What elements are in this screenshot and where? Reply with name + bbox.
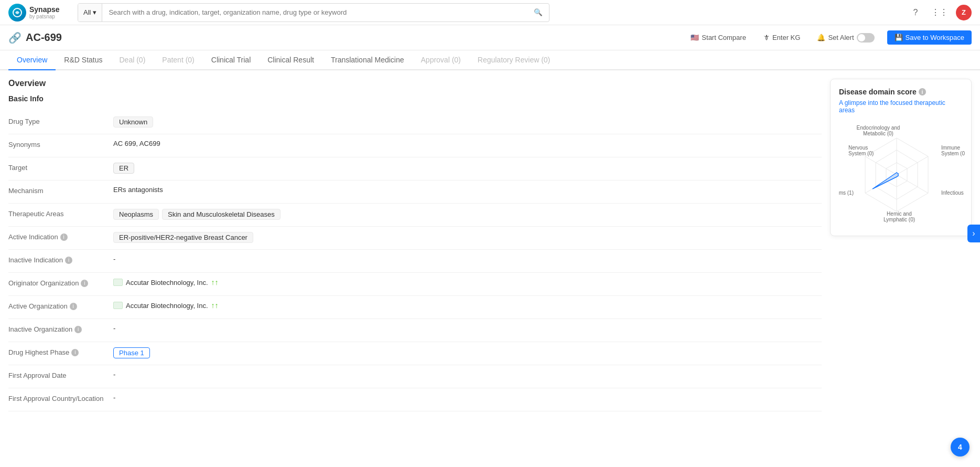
kg-icon: 🗡 <box>763 34 770 41</box>
chevron-right-icon: › <box>972 229 975 238</box>
section-title: Overview <box>8 79 822 88</box>
first-approval-date-value: - <box>113 370 822 378</box>
synonyms-row: Synonyms AC 699, AC699 <box>8 134 822 157</box>
toggle-knob <box>858 34 865 41</box>
active-indication-info-icon[interactable]: i <box>60 234 68 241</box>
drug-actions: 🇺🇸 Start Compare 🗡 Enter KG 🔔 Set Alert … <box>686 30 972 45</box>
logo-sub: by patsnap <box>29 14 60 19</box>
therapeutic-areas-value: Neoplasms Skin and Musculoskeletal Disea… <box>113 209 822 220</box>
drug-type-row: Drug Type Unknown <box>8 111 822 134</box>
originator-trend-icon: ↑↑ <box>211 278 219 286</box>
phase-badge: Phase 1 <box>113 347 150 358</box>
header: Synapse by patsnap All ▾ 🔍 ? ⋮⋮ Z <box>0 0 980 25</box>
alert-toggle[interactable] <box>857 33 875 43</box>
drug-title-area: 🔗 AC-699 <box>8 31 62 44</box>
mechanism-label: Mechanism <box>8 186 113 195</box>
alert-icon: 🔔 <box>817 34 825 41</box>
originator-org-info-icon[interactable]: i <box>81 280 88 287</box>
originator-org-logo <box>113 279 123 286</box>
active-indication-value: ER-positive/HER2-negative Breast Cancer <box>113 232 822 243</box>
tabs-bar: Overview R&D Status Deal (0) Patent (0) … <box>0 50 980 70</box>
tab-clinical-trial[interactable]: Clinical Trial <box>203 50 259 70</box>
apps-button[interactable]: ⋮⋮ <box>932 5 947 20</box>
disease-panel-info-icon[interactable]: i <box>919 88 926 95</box>
originator-org-row: Originator Organization i Accutar Biotec… <box>8 273 822 296</box>
svg-text:System (0): System (0) <box>848 151 874 156</box>
inactive-org-value: - <box>113 324 822 332</box>
tab-translational-medicine[interactable]: Translational Medicine <box>322 50 413 70</box>
drug-header: 🔗 AC-699 🇺🇸 Start Compare 🗡 Enter KG 🔔 S… <box>0 25 980 50</box>
enter-kg-button[interactable]: 🗡 Enter KG <box>759 31 804 44</box>
svg-text:Infectious (0): Infectious (0) <box>941 190 965 196</box>
tab-clinical-result[interactable]: Clinical Result <box>259 50 322 70</box>
active-indication-row: Active Indication i ER-positive/HER2-neg… <box>8 227 822 250</box>
mechanism-row: Mechanism ERs antagonists <box>8 181 822 204</box>
active-trend-icon: ↑↑ <box>211 301 219 310</box>
subsection-title: Basic Info <box>8 94 822 103</box>
compare-icon: 🇺🇸 <box>691 34 699 41</box>
inactive-org-info-icon[interactable]: i <box>74 326 82 333</box>
tab-regulatory-review: Regulatory Review (0) <box>469 50 559 70</box>
target-value: ER <box>113 163 822 174</box>
edge-collapse-button[interactable]: › <box>967 225 980 242</box>
start-compare-button[interactable]: 🇺🇸 Start Compare <box>686 31 750 44</box>
active-org-label: Active Organization i <box>8 301 113 310</box>
active-indication-label: Active Indication i <box>8 232 113 241</box>
active-org-info-icon[interactable]: i <box>70 303 77 310</box>
svg-text:Neoplasms (1): Neoplasms (1) <box>839 190 854 196</box>
svg-text:Immune: Immune <box>941 145 961 151</box>
logo-text: Synapse <box>29 5 60 14</box>
svg-text:Nervous: Nervous <box>848 145 868 151</box>
disease-panel-subtitle: A glimpse into the focused therapeutic a… <box>839 99 963 114</box>
active-org-name[interactable]: Accutar Biotechnology, Inc. <box>126 302 208 310</box>
logo-icon <box>8 4 26 22</box>
mechanism-value: ERs antagonists <box>113 186 822 194</box>
first-approval-country-value: - <box>113 394 822 401</box>
svg-marker-7 <box>873 173 898 189</box>
inactive-indication-info-icon[interactable]: i <box>65 257 72 264</box>
svg-text:System (0): System (0) <box>941 151 965 156</box>
inactive-org-row: Inactive Organization i - <box>8 319 822 342</box>
svg-text:Endocrinology and: Endocrinology and <box>857 125 900 131</box>
first-approval-date-row: First Approval Date - <box>8 365 822 388</box>
search-button[interactable]: 🔍 <box>527 4 549 22</box>
search-input[interactable] <box>102 4 527 22</box>
target-tag[interactable]: ER <box>113 163 134 174</box>
tab-deal: Deal (0) <box>111 50 154 70</box>
drug-type-label: Drug Type <box>8 116 113 125</box>
drug-type-value: Unknown <box>113 116 822 128</box>
drug-highest-phase-info-icon[interactable]: i <box>71 349 79 356</box>
content-left: Overview Basic Info Drug Type Unknown Sy… <box>8 79 822 411</box>
originator-org-value: Accutar Biotechnology, Inc. ↑↑ <box>113 278 822 286</box>
radar-chart: Endocrinology and Metabolic (0) Immune S… <box>839 122 965 227</box>
tab-rd-status[interactable]: R&D Status <box>56 50 111 70</box>
set-alert-button[interactable]: 🔔 Set Alert <box>813 31 878 45</box>
inactive-indication-label: Inactive Indication i <box>8 255 113 264</box>
svg-text:Metabolic (0): Metabolic (0) <box>863 131 893 136</box>
first-approval-country-row: First Approval Country/Location - <box>8 388 822 411</box>
help-button[interactable]: ? <box>908 5 923 20</box>
inactive-indication-row: Inactive Indication i - <box>8 250 822 273</box>
save-icon: 💾 <box>895 34 903 41</box>
therapeutic-area-skin: Skin and Musculoskeletal Diseases <box>162 209 281 220</box>
avatar[interactable]: Z <box>956 5 972 20</box>
active-indication-tag[interactable]: ER-positive/HER2-negative Breast Cancer <box>113 232 253 243</box>
radar-svg: Endocrinology and Metabolic (0) Immune S… <box>839 122 965 227</box>
save-workspace-button[interactable]: 💾 Save to Workspace <box>887 30 972 45</box>
search-filter-dropdown[interactable]: All ▾ <box>78 4 102 22</box>
synonyms-label: Synonyms <box>8 140 113 148</box>
drug-highest-phase-value: Phase 1 <box>113 347 822 358</box>
search-area: All ▾ 🔍 <box>78 3 550 22</box>
target-label: Target <box>8 163 113 172</box>
main-content: Overview Basic Info Drug Type Unknown Sy… <box>0 70 980 420</box>
inactive-indication-value: - <box>113 255 822 263</box>
svg-text:Lymphatic (0): Lymphatic (0) <box>884 217 915 222</box>
originator-org-name[interactable]: Accutar Biotechnology, Inc. <box>126 279 208 286</box>
tab-overview[interactable]: Overview <box>8 50 56 70</box>
therapeutic-area-neoplasms: Neoplasms <box>113 209 159 220</box>
search-filter-label: All <box>83 8 91 16</box>
logo-area: Synapse by patsnap <box>8 4 71 22</box>
tab-approval: Approval (0) <box>413 50 469 70</box>
therapeutic-areas-row: Therapeutic Areas Neoplasms Skin and Mus… <box>8 204 822 227</box>
first-approval-date-label: First Approval Date <box>8 370 113 379</box>
